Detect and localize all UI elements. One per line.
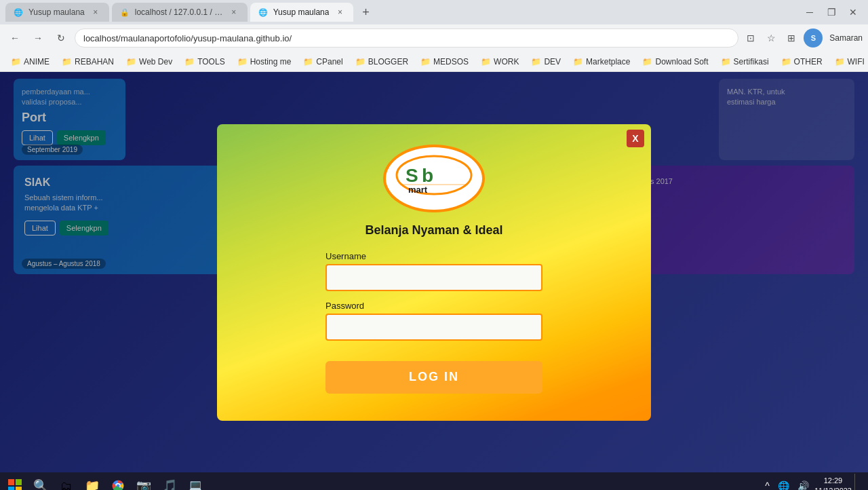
tray-volume-icon[interactable]: 🔊 [795, 479, 812, 490]
svg-text:mart: mart [408, 185, 428, 195]
bookmark-star-icon[interactable]: ☆ [763, 30, 779, 46]
bookmark-folder-icon-other: 📁 [781, 57, 791, 67]
search-taskbar-icon[interactable]: 🔍 [28, 474, 53, 490]
password-input[interactable] [326, 314, 542, 341]
bookmark-label-anime: ANIME [24, 57, 50, 67]
bookmark-label-dev: DEV [544, 57, 561, 67]
tab-localhost[interactable]: 🔒 localhost / 127.0.0.1 / pemmas_d... × [112, 3, 248, 22]
back-button[interactable]: ← [5, 29, 24, 48]
bookmark-folder-icon-work: 📁 [481, 57, 491, 67]
bookmark-label-cpanel: CPanel [316, 57, 342, 67]
svg-rect-5 [8, 479, 14, 485]
tab-label-3: Yusup maulana [273, 7, 330, 17]
bookmark-folder-icon-tools: 📁 [184, 57, 195, 67]
bookmark-wifi[interactable]: 📁 WIFI [829, 56, 868, 68]
tab-close-1[interactable]: × [90, 7, 101, 18]
address-bar: ← → ↻ localhost/maulanaportofolio/yusup-… [0, 24, 868, 52]
username-group: Username [326, 251, 542, 291]
tab-search-icon[interactable]: ⊞ [783, 30, 800, 46]
system-clock[interactable]: 12:29 11/12/2023 [814, 476, 852, 490]
login-button[interactable]: LOG IN [326, 361, 542, 394]
brand-tagline: Belanja Nyaman & Ideal [365, 223, 502, 238]
profile-button[interactable]: S [804, 29, 823, 48]
password-group: Password [326, 301, 542, 341]
bookmark-cpanel[interactable]: 📁 CPanel [298, 56, 348, 68]
bookmark-blogger[interactable]: 📁 BLOGGER [350, 56, 414, 68]
password-label: Password [326, 301, 542, 311]
address-icons: ⊡ ☆ ⊞ [743, 30, 800, 46]
restore-button[interactable]: ❐ [822, 3, 841, 22]
new-tab-button[interactable]: + [356, 3, 375, 22]
bookmarks-bar: 📁 ANIME 📁 REBAHAN 📁 Web Dev 📁 TOOLS 📁 Ho… [0, 52, 868, 72]
browser-chrome: 🌐 Yusup maulana × 🔒 localhost / 127.0.0.… [0, 0, 868, 72]
close-window-button[interactable]: ✕ [844, 3, 863, 22]
tab-yusup-2[interactable]: 🌐 Yusup maulana × [250, 3, 354, 22]
bookmark-folder-icon-sertifikasi: 📁 [721, 57, 731, 67]
taskbar: 🔍 🗂 📁 📷 🎵 💻 ^ 🌐 🔊 12:29 11/12/2023 [0, 472, 868, 490]
bookmark-folder-icon-rebahan: 📁 [62, 57, 72, 67]
bookmark-marketplace[interactable]: 📁 Marketplace [568, 56, 635, 68]
bookmark-sertifikasi[interactable]: 📁 Sertifikasi [715, 56, 774, 68]
taskview-icon[interactable]: 🗂 [54, 474, 79, 490]
page-content: pemberdayaan ma...validasi proposa... Po… [0, 72, 868, 472]
tab-label-1: Yusup maulana [28, 7, 85, 17]
svg-rect-7 [8, 487, 14, 490]
minimize-button[interactable]: ─ [800, 3, 819, 22]
bookmark-hosting[interactable]: 📁 Hosting me [232, 56, 297, 68]
chrome-taskbar-icon[interactable] [106, 474, 130, 490]
tab-favicon-3: 🌐 [258, 8, 268, 17]
bookmark-medsos[interactable]: 📁 MEDSOS [415, 56, 474, 68]
profile-name: Samaran [829, 33, 863, 43]
modal-body: S b mart Belanja Nyaman & Ideal [217, 124, 651, 421]
tray-network-icon[interactable]: 🌐 [775, 479, 792, 490]
bookmark-download[interactable]: 📁 Download Soft [637, 56, 713, 68]
brand-logo: S b mart [383, 145, 485, 212]
bookmark-label-hosting: Hosting me [250, 57, 292, 67]
chrome-icon [111, 479, 125, 490]
bookmark-webdev[interactable]: 📁 Web Dev [121, 56, 178, 68]
tab-label-2: localhost / 127.0.0.1 / pemmas_d... [135, 7, 223, 17]
bookmark-other[interactable]: 📁 OTHER [776, 56, 828, 68]
photography-taskbar-icon[interactable]: 📷 [132, 474, 156, 490]
tab-close-2[interactable]: × [229, 7, 239, 18]
bookmark-anime[interactable]: 📁 ANIME [5, 56, 55, 68]
title-bar: 🌐 Yusup maulana × 🔒 localhost / 127.0.0.… [0, 0, 868, 24]
music-taskbar-icon[interactable]: 🎵 [157, 474, 182, 490]
address-input[interactable]: localhost/maulanaportofolio/yusup-maulan… [75, 29, 738, 48]
logo-svg: S b mart [393, 155, 475, 202]
tab-yusup-1[interactable]: 🌐 Yusup maulana × [5, 3, 109, 22]
start-button[interactable] [3, 474, 27, 490]
system-tray: ^ 🌐 🔊 12:29 11/12/2023 [757, 474, 865, 490]
file-explorer-taskbar-icon[interactable]: 📁 [80, 474, 104, 490]
show-desktop-button[interactable] [854, 474, 860, 490]
bookmark-folder-icon-wifi: 📁 [835, 57, 845, 67]
refresh-button[interactable]: ↻ [52, 29, 71, 48]
username-input[interactable] [326, 264, 542, 291]
logo-image: S b mart [393, 155, 475, 202]
bookmark-dev[interactable]: 📁 DEV [526, 56, 566, 68]
bookmark-rebahan[interactable]: 📁 REBAHAN [56, 56, 119, 68]
bookmark-folder-icon-marketplace: 📁 [573, 57, 583, 67]
modal-close-button[interactable]: X [627, 130, 644, 147]
username-label: Username [326, 251, 542, 261]
tab-favicon-1: 🌐 [14, 8, 23, 17]
forward-button[interactable]: → [28, 29, 47, 48]
tab-close-3[interactable]: × [334, 7, 345, 18]
bookmark-label-wifi: WIFI [848, 57, 865, 67]
bookmark-label-marketplace: Marketplace [586, 57, 630, 67]
bookmark-folder-icon-blogger: 📁 [355, 57, 366, 67]
bookmark-folder-icon-medsos: 📁 [420, 57, 431, 67]
address-text: localhost/maulanaportofolio/yusup-maulan… [83, 33, 292, 43]
bookmark-tools[interactable]: 📁 TOOLS [179, 56, 230, 68]
clock-time: 12:29 [814, 476, 852, 486]
bookmark-label-download: Download Soft [655, 57, 708, 67]
svg-rect-6 [16, 479, 22, 485]
cast-icon[interactable]: ⊡ [743, 30, 759, 46]
bookmark-work[interactable]: 📁 WORK [475, 56, 524, 68]
svg-text:b: b [422, 165, 433, 186]
tray-caret-icon[interactable]: ^ [762, 479, 772, 490]
bookmark-folder-icon-hosting: 📁 [237, 57, 248, 67]
clock-date: 11/12/2023 [814, 486, 852, 490]
svg-text:S: S [406, 165, 418, 186]
code-taskbar-icon[interactable]: 💻 [183, 474, 208, 490]
